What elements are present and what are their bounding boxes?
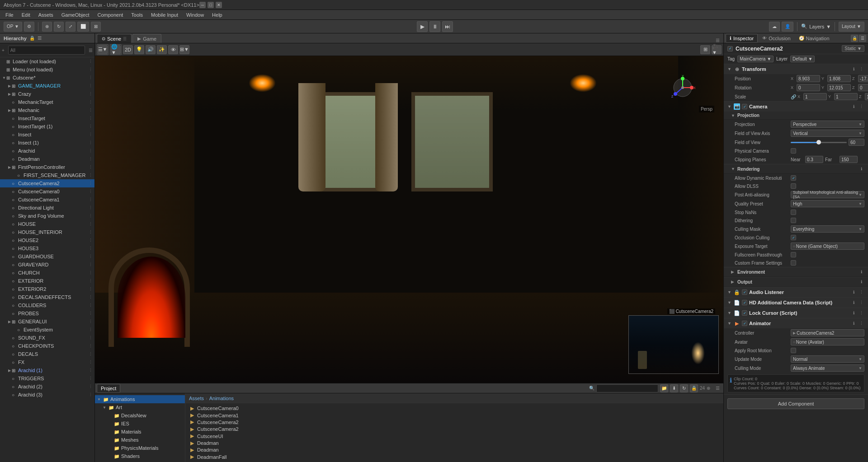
audio-more-btn[interactable]: ⋮	[858, 289, 864, 295]
near-input[interactable]	[805, 156, 823, 163]
hierarchy-arrow[interactable]: ▶	[7, 84, 12, 88]
hierarchy-item[interactable]: ○InsectTarget (1)⋮	[0, 122, 94, 131]
hierarchy-item-menu[interactable]: ⋮	[89, 84, 93, 88]
hierarchy-item[interactable]: ○Arachid (2)⋮	[0, 383, 94, 391]
hierarchy-item-menu[interactable]: ⋮	[89, 92, 93, 96]
camera-enable-checkbox[interactable]: ✓	[742, 104, 747, 109]
tab-inspector[interactable]: ℹ Inspector	[726, 34, 758, 43]
tab-occlusion[interactable]: 👁 Occlusion	[759, 34, 794, 43]
hierarchy-item[interactable]: ○DECALSANDEFFECTS⋮	[0, 293, 94, 301]
audio-listener-header[interactable]: ▼ 🔒 ✓ Audio Listener ℹ ⋮	[724, 287, 868, 297]
hierarchy-item[interactable]: ⊞Loader (not loaded)⋮	[0, 57, 94, 65]
hierarchy-item[interactable]: ○Directional Light⋮	[0, 204, 94, 212]
tab-navigation[interactable]: 🧭 Navigation	[795, 34, 833, 43]
animator-enable-checkbox[interactable]: ✓	[742, 321, 747, 326]
project-tree-item[interactable]: 📁Materials	[95, 428, 185, 436]
lock-enable-checkbox[interactable]: ✓	[742, 310, 747, 316]
tab-project[interactable]: Project	[97, 384, 120, 393]
rotate-tool[interactable]: ↻	[54, 22, 64, 32]
menu-tools[interactable]: Tools	[127, 11, 146, 19]
transform-header[interactable]: ▼ ⊕ Transform ℹ ⋮	[724, 64, 868, 74]
hierarchy-item[interactable]: ○CutsceneCamera0⋮	[0, 187, 94, 196]
hierarchy-item-menu[interactable]: ⋮	[89, 132, 93, 137]
hierarchy-item[interactable]: ○PROBES⋮	[0, 309, 94, 317]
project-lock-btn[interactable]: 🔒	[690, 384, 698, 392]
static-button[interactable]: Static ▼	[842, 45, 864, 52]
hierarchy-item-menu[interactable]: ⋮	[89, 149, 93, 153]
hierarchy-search-input[interactable]	[8, 46, 85, 55]
hd-more-btn[interactable]: ⋮	[858, 299, 864, 306]
scale-lock-icon[interactable]: 🔗	[791, 94, 796, 99]
hierarchy-filter-icon[interactable]: ☰	[89, 48, 93, 53]
scene-tab-menu[interactable]: ☰	[123, 37, 127, 41]
draw-mode-btn[interactable]: ☰▼	[98, 45, 108, 54]
hierarchy-item-menu[interactable]: ⋮	[89, 197, 93, 202]
hierarchy-arrow[interactable]: ▶	[7, 320, 12, 324]
animator-info-btn[interactable]: ℹ	[850, 320, 857, 327]
project-tree-item[interactable]: 📁Meshes	[95, 436, 185, 444]
breadcrumb-assets[interactable]: Assets	[189, 396, 204, 401]
hierarchy-item[interactable]: ▶⊞FirstPersonController⋮	[0, 163, 94, 171]
gizmo-widget[interactable]: X Y Z	[669, 74, 696, 101]
rot-y-input[interactable]	[827, 84, 851, 91]
dithering-checkbox[interactable]	[791, 218, 796, 223]
translate-tool[interactable]: ⊕	[42, 22, 52, 32]
gizmo-btn[interactable]: ⊞▼	[179, 45, 189, 54]
camera-speed-btn[interactable]: 🎥▼	[712, 45, 722, 54]
scale-tool[interactable]: ⤢	[66, 22, 75, 32]
transform-tool[interactable]: ⊠	[91, 22, 101, 32]
apply-root-checkbox[interactable]	[791, 348, 796, 353]
hierarchy-item[interactable]: ○HOUSE⋮	[0, 220, 94, 228]
file-item[interactable]: ▶CutsceneCamera2	[187, 419, 722, 425]
hierarchy-item-menu[interactable]: ⋮	[89, 392, 93, 397]
avatar-link[interactable]: ○ None (Avatar)	[791, 338, 864, 345]
culling-mask-dropdown[interactable]: Everything ▼	[791, 225, 864, 233]
minimize-button[interactable]: ─	[199, 2, 206, 8]
hd-camera-header[interactable]: ▼ 📄 ✓ HD Additional Camera Data (Script)…	[724, 298, 868, 308]
rendering-info-btn[interactable]: ℹ	[858, 166, 864, 172]
hierarchy-item[interactable]: ○HOUSE_INTERIOR⋮	[0, 228, 94, 236]
hierarchy-item[interactable]: ○EXTERIOR⋮	[0, 277, 94, 285]
hierarchy-item[interactable]: ▶⊞Arachid (1)⋮	[0, 366, 94, 374]
hierarchy-item-menu[interactable]: ⋮	[89, 230, 93, 234]
camera-header[interactable]: ▼ 📷 ✓ Camera ℹ ⋮	[724, 102, 868, 112]
hierarchy-item[interactable]: ○Insect⋮	[0, 131, 94, 139]
projection-dropdown[interactable]: Perspective ▼	[791, 121, 864, 128]
env-info-btn[interactable]: ℹ	[858, 269, 864, 275]
grid-btn[interactable]: ⊞	[700, 45, 710, 54]
inspector-menu-btn[interactable]: ☰	[859, 35, 866, 42]
scene-3d-view[interactable]: X Y Z Persp ⬛ CutsceneCamera2	[95, 56, 723, 383]
transform-info-btn[interactable]: ℹ	[850, 66, 857, 72]
fov-axis-dropdown[interactable]: Vertical ▼	[791, 130, 864, 137]
settings-button[interactable]: ⚙	[24, 22, 34, 32]
hierarchy-menu-icon[interactable]: ☰	[38, 36, 42, 41]
audio-enable-checkbox[interactable]: ✓	[742, 289, 747, 295]
2d-btn[interactable]: 2D	[123, 45, 133, 54]
account-button[interactable]: 👤	[782, 22, 793, 32]
project-import-btn[interactable]: ⬇	[670, 384, 678, 392]
output-info-btn[interactable]: ℹ	[858, 279, 864, 285]
pos-z-input[interactable]	[858, 75, 868, 82]
file-item[interactable]: ▶CutsceneUI	[187, 433, 722, 439]
pause-button[interactable]: ⏸	[429, 21, 440, 32]
persp-label[interactable]: Persp	[699, 106, 714, 112]
hierarchy-item-menu[interactable]: ⋮	[89, 189, 93, 194]
hierarchy-item-menu[interactable]: ⋮	[89, 271, 93, 275]
hierarchy-item[interactable]: ○Deadman⋮	[0, 155, 94, 163]
hierarchy-item-menu[interactable]: ⋮	[89, 140, 93, 145]
camera-more-btn[interactable]: ⋮	[858, 103, 864, 110]
rot-z-input[interactable]	[858, 84, 868, 91]
quality-preset-dropdown[interactable]: High ▼	[791, 200, 864, 207]
project-tree-item[interactable]: ▼📁Animations	[95, 395, 185, 403]
custom-frame-checkbox[interactable]	[791, 260, 796, 266]
hierarchy-item-menu[interactable]: ⋮	[89, 336, 93, 340]
hierarchy-item-menu[interactable]: ⋮	[89, 67, 93, 72]
camera-info-btn[interactable]: ℹ	[850, 103, 857, 110]
hierarchy-item-menu[interactable]: ⋮	[89, 157, 93, 161]
menu-help[interactable]: Help	[208, 11, 226, 19]
exposure-target-link[interactable]: ○ None (Game Object)	[791, 243, 864, 250]
maximize-button[interactable]: □	[208, 2, 214, 8]
audio-btn[interactable]: 🔊	[146, 45, 156, 54]
hierarchy-item[interactable]: ▶⊞Crazy⋮	[0, 90, 94, 98]
shading-btn[interactable]: 🌐▼	[111, 45, 121, 54]
